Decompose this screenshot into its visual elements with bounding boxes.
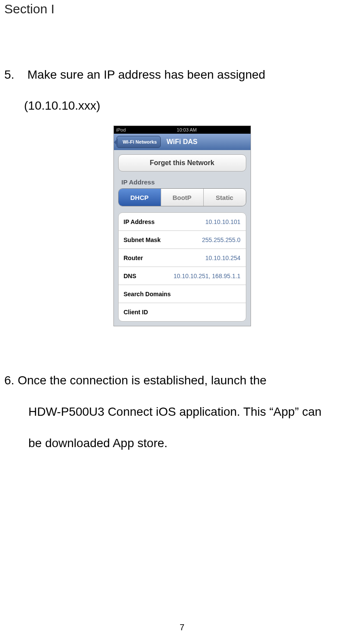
step-5-text-1: Make sure an IP address has been assigne… — [28, 68, 266, 81]
back-button-label: Wi-Fi Networks — [123, 139, 157, 144]
settings-body: Forget this Network IP Address DHCP Boot… — [114, 150, 251, 326]
row-value: 10.10.10.251, 168.95.1.1 — [174, 273, 241, 279]
row-subnet-mask[interactable]: Subnet Mask 255.255.255.0 — [119, 231, 246, 249]
step-5-line-2: (10.10.10.xxx) — [0, 99, 364, 113]
forget-network-button[interactable]: Forget this Network — [118, 154, 246, 172]
row-search-domains[interactable]: Search Domains — [119, 285, 246, 303]
row-dns[interactable]: DNS 10.10.10.251, 168.95.1.1 — [119, 267, 246, 285]
ip-mode-segmented-control[interactable]: DHCP BootP Static — [118, 188, 246, 206]
step-6-line-3: be downloaded App store. — [4, 428, 364, 459]
step-6: 6. Once the connection is established, l… — [0, 365, 364, 459]
ip-section-label: IP Address — [118, 178, 246, 188]
row-ip-address[interactable]: IP Address 10.10.10.101 — [119, 213, 246, 231]
row-label: Subnet Mask — [124, 236, 161, 243]
row-value: 10.10.10.254 — [205, 255, 241, 261]
step-5-line-1: 5. Make sure an IP address has been assi… — [0, 68, 364, 82]
row-client-id[interactable]: Client ID — [119, 303, 246, 321]
status-carrier: iPod — [116, 127, 126, 132]
nav-bar: Wi-Fi Networks WiFi DAS — [114, 134, 251, 150]
row-label: DNS — [124, 273, 137, 279]
tab-bootp[interactable]: BootP — [161, 189, 204, 206]
ip-info-table: IP Address 10.10.10.101 Subnet Mask 255.… — [118, 212, 246, 322]
tab-static[interactable]: Static — [204, 189, 246, 206]
row-router[interactable]: Router 10.10.10.254 — [119, 249, 246, 267]
tab-dhcp[interactable]: DHCP — [119, 189, 161, 206]
nav-title: WiFi DAS — [167, 138, 198, 146]
row-label: Client ID — [124, 309, 148, 316]
step-5-number: 5. — [4, 68, 24, 82]
row-label: Router — [124, 255, 143, 261]
row-label: IP Address — [124, 218, 155, 225]
step-6-line-1: 6. Once the connection is established, l… — [4, 365, 364, 396]
status-time: 10:03 AM — [177, 127, 196, 132]
row-value: 255.255.255.0 — [202, 236, 241, 243]
step-6-line-2: HDW-P500U3 Connect iOS application. This… — [4, 396, 364, 428]
page-number: 7 — [180, 623, 184, 632]
row-value: 10.10.10.101 — [205, 218, 241, 225]
back-button[interactable]: Wi-Fi Networks — [116, 136, 161, 148]
section-title: Section I — [0, 0, 364, 16]
ipod-screenshot: iPod 10:03 AM Wi-Fi Networks WiFi DAS Fo… — [113, 126, 251, 326]
row-label: Search Domains — [124, 291, 171, 298]
status-bar: iPod 10:03 AM — [114, 126, 251, 134]
